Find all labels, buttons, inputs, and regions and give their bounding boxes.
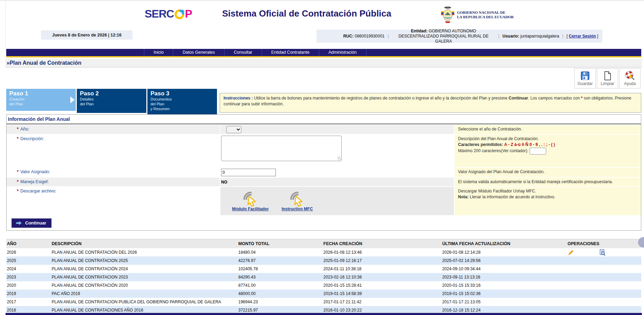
cell-created: 2020-01-15 15:28:41: [323, 281, 442, 290]
continue-arrow-icon: [16, 221, 22, 225]
step-2-detalles[interactable]: Paso 2 Detalles del Plan: [77, 89, 146, 113]
nav-item-datos-generales[interactable]: Datos Generales: [173, 49, 224, 56]
view-detail-icon[interactable]: [599, 249, 606, 256]
required-mark: *: [17, 127, 19, 132]
year-select[interactable]: [226, 126, 241, 133]
user-label: Usuario:: [502, 34, 519, 39]
form-row-esigef: *Maneja Esigef: NO El sistema valida aut…: [7, 178, 641, 186]
step-1-creacion[interactable]: Paso 1 Creación del Plan: [6, 89, 76, 111]
char-counter-label: Máximo 200 caracteres(Ver contador):: [458, 148, 528, 153]
cell-amount: 87741.00: [238, 281, 323, 290]
logout-bracket-close: ]: [597, 34, 598, 39]
sercop-logo: SERC P: [145, 8, 192, 20]
textarea-resize-handle[interactable]: [337, 157, 341, 160]
anio-help: Seleccione el año de Contratación.: [455, 125, 641, 134]
blank-page-icon: [603, 71, 612, 81]
save-button[interactable]: Guardar: [574, 68, 596, 88]
user-value: juntaparroquialgalera: [520, 34, 559, 39]
modulo-facilitador-download[interactable]: Módulo Facilitador: [229, 189, 271, 211]
nav-item-consultar[interactable]: Consultar: [224, 49, 262, 56]
descargar-links-cell: Módulo Facilitador Instructivo MFC: [220, 187, 454, 215]
col-header-descripcion: DESCRIPCIÓN: [51, 239, 238, 248]
valor-help: Valor Asignado del Plan Anual de Contrat…: [455, 168, 641, 177]
ruc-info: RUC: 0860019930001: [343, 34, 385, 39]
nav-item-administracion[interactable]: Administración: [319, 49, 366, 56]
ruc-label: RUC:: [343, 34, 354, 39]
cell-created: 2017-01-17 21:11:42: [323, 298, 442, 306]
esigef-value: NO: [221, 179, 454, 185]
cell-description: PLAN ANUAL DE CONTRATACIÓN 2020: [51, 281, 238, 290]
cell-year: 2024: [6, 265, 51, 273]
required-mark: *: [17, 179, 19, 184]
descargar-help: Descargar Módulo Facilitador Ushay MFC. …: [455, 187, 641, 215]
logout-wrapper: [ Cerrar Sesión ]: [567, 34, 598, 39]
step-3-documentos[interactable]: Paso 3 Documentos del Plan y Resumen: [147, 89, 217, 116]
government-label-line1: GOBIERNO NACIONAL DE: [457, 10, 506, 14]
click-download-icon: [288, 189, 307, 207]
separator: |: [498, 34, 499, 39]
user-info: Usuario: juntaparroquialgalera: [502, 34, 559, 39]
col-header-fecha-creacion: FECHA CREACIÓN: [323, 239, 442, 248]
step-2-line2: del Plan: [80, 102, 143, 106]
form-row-descargar: *Descargar archivo: Módulo Facilitador: [7, 187, 641, 215]
government-label: GOBIERNO NACIONAL DE LA REPUBLICA DEL EC…: [457, 10, 514, 19]
step-1-line1: Creación: [9, 97, 73, 102]
esigef-help: El sistema valida automáticamente si la …: [455, 178, 641, 186]
esigef-value-cell: NO: [220, 178, 454, 186]
nav-item-inicio[interactable]: Inicio: [144, 49, 173, 56]
cell-description: PLAN ANUAL DE CONTRATACIÓN DEL 2026: [51, 248, 238, 256]
instructions-text-1: Utilice la barra de botones para manteni…: [254, 96, 509, 101]
help-button[interactable]: Ayuda: [619, 68, 641, 88]
cell-amount: 48000.00: [238, 290, 323, 298]
sercop-swirl-icon: [174, 9, 185, 20]
edit-pencil-icon[interactable]: [568, 249, 574, 256]
continue-button-label: Continuar: [25, 220, 46, 225]
required-mark: *: [17, 189, 19, 193]
cell-operations: [567, 281, 641, 290]
cell-amount: 102405.78: [238, 265, 323, 273]
cell-updated: 2019-01-15 15:02:36: [442, 290, 567, 298]
nav-item-entidad-contratante[interactable]: Entidad Contratante: [262, 49, 319, 56]
descargar-help-line1: Descargar Módulo Facilitador Ushay MFC.: [458, 189, 536, 193]
clear-button[interactable]: Limpiar: [597, 68, 618, 88]
cell-operations: [567, 273, 641, 281]
continue-button[interactable]: Continuar: [11, 218, 52, 228]
cell-operations: [567, 298, 641, 306]
instructions-box: Instrucciones : Utilice la barra de boto…: [220, 93, 641, 113]
plan-form: Información del Plan Anual *Año: Selecci…: [6, 114, 641, 231]
cell-year: 2020: [6, 281, 51, 290]
step-3-line3: y Resumen: [150, 106, 214, 111]
table-row: 2017 PLAN ANUAL DE CONTRATACION PUBLICA …: [6, 298, 641, 306]
table-row: 2025 PLAN ANUAL DE CONTRATACION 2025 422…: [6, 256, 641, 265]
step-2-line1: Detalles: [80, 97, 143, 102]
step-1-line2: del Plan: [9, 102, 73, 106]
help-button-label: Ayuda: [624, 81, 636, 86]
ecuador-coat-of-arms-icon: [441, 6, 455, 24]
modulo-facilitador-link[interactable]: Módulo Facilitador: [232, 207, 269, 211]
cell-operations: [567, 290, 641, 298]
cell-updated: 2024-09-10 09:34:44: [442, 265, 567, 273]
col-header-monto-total: MONTO TOTAL: [238, 239, 323, 248]
step-3-line2: del Plan: [150, 102, 214, 106]
logout-link[interactable]: Cerrar Sesión: [569, 34, 596, 39]
cell-description: PLAN ANUAL DE CONTRATACION 2025: [51, 256, 238, 265]
valor-input[interactable]: [221, 169, 276, 176]
cell-operations: [567, 256, 641, 265]
instructivo-mfc-download[interactable]: Instructivo MFC: [276, 189, 318, 211]
instructions-label: Instrucciones :: [224, 96, 253, 101]
separator: |: [388, 34, 389, 39]
char-counter-input[interactable]: [530, 148, 546, 155]
descripcion-textarea[interactable]: [221, 136, 342, 161]
cell-year: 2025: [6, 256, 51, 265]
page: SERC P Sistema Oficial de Contratación P…: [0, 0, 644, 315]
separator: |: [562, 34, 563, 39]
cell-amount: 42276.97: [238, 256, 323, 265]
col-header-ultima-actualizacion: ÚLTIMA FECHA ACTUALIZACIÓN: [442, 239, 567, 248]
esigef-label-cell: *Maneja Esigef:: [7, 178, 220, 186]
descripcion-label: Descripción:: [20, 136, 44, 141]
instructions-bold-continuar: Continuar: [509, 96, 528, 101]
form-row-anio: *Año: Seleccione el año de Contratación.: [7, 125, 641, 134]
cell-updated: 2026-01-08 12:14:28: [442, 248, 567, 256]
government-label-line2: LA REPUBLICA DEL ECUADOR: [457, 15, 514, 19]
instructivo-mfc-link[interactable]: Instructivo MFC: [282, 207, 313, 211]
